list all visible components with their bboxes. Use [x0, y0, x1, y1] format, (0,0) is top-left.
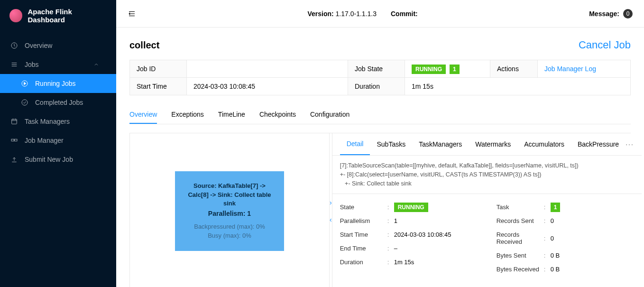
- job-id-label: Job ID: [130, 60, 187, 78]
- tab-configuration[interactable]: Configuration: [310, 106, 350, 124]
- detail-right: Detail SubTasks TaskManagers Watermarks …: [332, 133, 642, 287]
- tab-timeline[interactable]: TimeLine: [218, 106, 245, 124]
- expand-left-icon[interactable]: ‹: [330, 216, 332, 223]
- job-state-label: Job State: [348, 60, 405, 78]
- job-state-cell: RUNNING1: [405, 60, 490, 78]
- more-icon[interactable]: ···: [626, 140, 634, 148]
- version-value: 1.17.0-1.1.1.3: [336, 10, 377, 18]
- topbar: Version: 1.17.0-1.1.1.3 Commit: Message:…: [116, 0, 644, 28]
- app-title: Apache Flink Dashboard: [28, 8, 107, 24]
- job-id-value: [187, 60, 348, 78]
- main: Version: 1.17.0-1.1.1.3 Commit: Message:…: [116, 0, 644, 287]
- stat-byterecv-label: Bytes Received: [497, 266, 544, 273]
- nav-overview-label: Overview: [25, 42, 52, 49]
- graph-node-busy: Busy (max): 0%: [184, 231, 276, 241]
- graph-node-title: Source: KafkaTable[7] -> Calc[8] -> Sink…: [184, 182, 276, 208]
- stat-endtime-label: End Time: [340, 245, 387, 252]
- nav: Overview Jobs Running Jobs Completed Job…: [0, 31, 116, 169]
- plan-line: +- Sink: Collect table sink: [340, 179, 634, 188]
- stat-starttime-label: Start Time: [340, 231, 387, 238]
- list-icon: [10, 61, 18, 68]
- page-header: collect Cancel Job: [129, 39, 631, 51]
- job-manager-log-link[interactable]: Job Manager Log: [544, 65, 596, 73]
- menu-collapse-icon[interactable]: [128, 9, 136, 18]
- svg-marker-5: [24, 82, 26, 84]
- start-time-value: 2024-03-03 10:08:45: [187, 78, 348, 95]
- subtab-accumulators[interactable]: Accumulators: [517, 134, 571, 155]
- execution-plan-text: [7]:TableSourceScan(table=[[myhive, defa…: [332, 156, 642, 194]
- subtab-backpressure[interactable]: BackPressure: [571, 134, 626, 155]
- stat-bytesent-value: 0 B: [551, 252, 634, 259]
- nav-jobs[interactable]: Jobs: [0, 55, 116, 74]
- expand-right-icon[interactable]: ›: [330, 199, 332, 206]
- message-label: Message:: [589, 10, 619, 18]
- stat-duration-value: 1m 15s: [394, 259, 478, 266]
- page-title: collect: [129, 40, 159, 51]
- nav-submit-new-job-label: Submit New Job: [25, 156, 73, 163]
- stat-recsent-value: 0: [551, 217, 634, 224]
- plan-line: [7]:TableSourceScan(table=[[myhive, defa…: [340, 161, 634, 170]
- subtab-subtasks[interactable]: SubTasks: [370, 134, 412, 155]
- tab-checkpoints[interactable]: Checkpoints: [259, 106, 296, 124]
- graph-node-backpressured: Backpressured (max): 0%: [184, 222, 276, 231]
- flink-logo-icon: [9, 9, 22, 22]
- nav-running-jobs-label: Running Jobs: [35, 80, 76, 87]
- stat-starttime-value: 2024-03-03 10:08:45: [394, 231, 478, 238]
- nav-job-manager-label: Job Manager: [25, 137, 64, 144]
- subtab-taskmanagers[interactable]: TaskManagers: [412, 134, 469, 155]
- stat-task-label: Task: [497, 204, 544, 211]
- duration-label: Duration: [348, 78, 405, 95]
- stat-state-value: RUNNING: [394, 203, 428, 212]
- svg-rect-12: [15, 139, 17, 141]
- message-count-badge[interactable]: 0: [623, 9, 633, 19]
- check-circle-icon: [21, 99, 28, 106]
- play-circle-icon: [21, 80, 28, 87]
- cancel-job-link[interactable]: Cancel Job: [579, 39, 631, 51]
- nav-task-managers[interactable]: Task Managers: [0, 112, 116, 131]
- svg-rect-7: [12, 119, 17, 124]
- job-tabs: Overview Exceptions TimeLine Checkpoints…: [129, 106, 631, 124]
- stat-recsent-label: Records Sent: [497, 217, 544, 224]
- nav-submit-new-job[interactable]: Submit New Job: [0, 150, 116, 169]
- detail-panel: Source: KafkaTable[7] -> Calc[8] -> Sink…: [129, 133, 631, 287]
- panel-splitter: › ‹: [329, 133, 332, 287]
- svg-point-6: [22, 100, 28, 105]
- graph-node[interactable]: Source: KafkaTable[7] -> Calc[8] -> Sink…: [175, 171, 284, 251]
- nav-job-manager[interactable]: Job Manager: [0, 131, 116, 150]
- content: collect Cancel Job Job ID Job State RUNN…: [116, 28, 644, 287]
- tab-exceptions[interactable]: Exceptions: [171, 106, 203, 124]
- build-icon: [10, 137, 18, 144]
- stat-parallelism-label: Parallelism: [340, 217, 387, 224]
- nav-jobs-label: Jobs: [25, 61, 39, 68]
- stat-recrecv-value: 0: [551, 235, 634, 242]
- duration-value: 1m 15s: [405, 78, 631, 95]
- stat-bytesent-label: Bytes Sent: [497, 252, 544, 259]
- running-badge: RUNNING: [412, 65, 446, 74]
- job-graph: Source: KafkaTable[7] -> Calc[8] -> Sink…: [130, 133, 329, 287]
- actions-label: Actions: [490, 60, 538, 78]
- graph-node-parallelism: Parallelism: 1: [184, 210, 276, 217]
- stat-state-label: State: [340, 204, 387, 211]
- start-time-label: Start Time: [130, 78, 187, 95]
- nav-overview[interactable]: Overview: [0, 36, 116, 55]
- dashboard-icon: [10, 42, 18, 49]
- sidebar-header: Apache Flink Dashboard: [0, 0, 116, 31]
- job-info-table: Job ID Job State RUNNING1 Actions Job Ma…: [129, 60, 631, 95]
- subtab-watermarks[interactable]: Watermarks: [469, 134, 517, 155]
- sidebar: Apache Flink Dashboard Overview Jobs Run…: [0, 0, 116, 287]
- stat-endtime-value: –: [394, 245, 478, 252]
- stat-task-value: 1: [551, 203, 561, 212]
- nav-task-managers-label: Task Managers: [25, 118, 70, 125]
- schedule-icon: [10, 118, 18, 125]
- svg-rect-11: [11, 139, 14, 141]
- stat-duration-label: Duration: [340, 259, 387, 266]
- subtab-detail[interactable]: Detail: [340, 133, 370, 155]
- actions-cell: Job Manager Log: [538, 60, 631, 78]
- nav-completed-jobs[interactable]: Completed Jobs: [0, 93, 116, 112]
- nav-completed-jobs-label: Completed Jobs: [35, 99, 83, 106]
- version-label: Version:: [307, 10, 333, 18]
- state-count-badge: 1: [450, 65, 460, 74]
- detail-subtabs: Detail SubTasks TaskManagers Watermarks …: [332, 133, 642, 156]
- tab-overview[interactable]: Overview: [129, 106, 157, 124]
- nav-running-jobs[interactable]: Running Jobs: [0, 74, 116, 93]
